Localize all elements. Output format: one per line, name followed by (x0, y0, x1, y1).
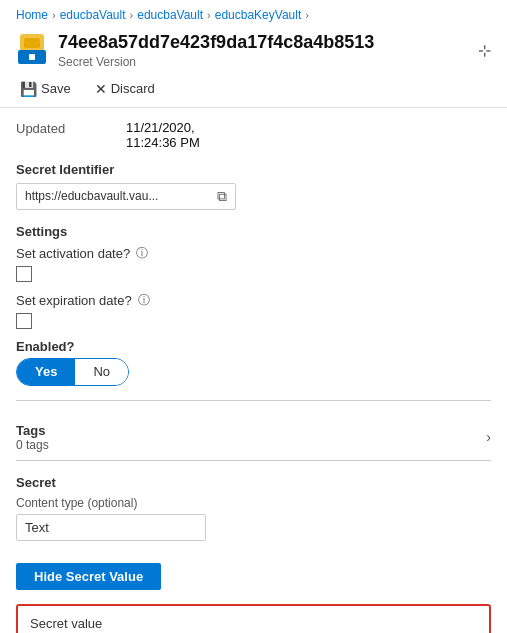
activation-date-row: Set activation date? ⓘ (16, 245, 491, 262)
breadcrumb-home[interactable]: Home (16, 8, 48, 22)
identifier-row: https://educbavault.vau... ⧉ (16, 183, 236, 210)
updated-value: 11/21/2020, 11:24:36 PM (126, 120, 200, 150)
enabled-toggle-row: Yes No (16, 358, 491, 401)
hide-secret-value-button[interactable]: Hide Secret Value (16, 563, 161, 590)
discard-button[interactable]: ✕ Discard (91, 79, 159, 99)
toolbar: 💾 Save ✕ Discard (0, 71, 507, 108)
expiration-date-row: Set expiration date? ⓘ (16, 292, 491, 309)
expiration-date-label: Set expiration date? (16, 293, 132, 308)
settings-label: Settings (16, 224, 491, 239)
secret-section: Secret Content type (optional) (16, 475, 491, 553)
page-subtitle: Secret Version (58, 55, 468, 69)
enabled-toggle-group: Yes No (16, 358, 129, 386)
breadcrumb-sep-2: › (130, 9, 134, 21)
pin-icon[interactable]: ⊹ (478, 41, 491, 60)
toggle-yes[interactable]: Yes (17, 359, 75, 385)
content-type-label: Content type (optional) (16, 496, 491, 510)
identifier-label: Secret Identifier (16, 162, 491, 177)
copy-identifier-icon[interactable]: ⧉ (217, 188, 227, 205)
save-button[interactable]: 💾 Save (16, 79, 75, 99)
activation-date-label: Set activation date? (16, 246, 130, 261)
tags-label: Tags (16, 423, 49, 438)
activation-info-icon: ⓘ (136, 245, 148, 262)
svg-rect-3 (29, 54, 35, 60)
updated-label: Updated (16, 120, 126, 136)
secret-label: Secret (16, 475, 491, 490)
expiration-info-icon: ⓘ (138, 292, 150, 309)
save-label: Save (41, 81, 71, 96)
tags-count: 0 tags (16, 438, 49, 452)
updated-field-row: Updated 11/21/2020, 11:24:36 PM (16, 120, 491, 150)
secret-value-box: Secret value ⧉ (16, 604, 491, 633)
breadcrumb-vault2[interactable]: educbaVault (137, 8, 203, 22)
tags-chevron-icon: › (486, 429, 491, 445)
activation-date-checkbox[interactable] (16, 266, 32, 282)
toggle-no[interactable]: No (75, 359, 128, 385)
breadcrumb: Home › educbaVault › educbaVault › educb… (0, 0, 507, 28)
secret-icon (16, 34, 48, 66)
secret-value-label: Secret value (30, 616, 477, 631)
title-text-block: 74ee8a57dd7e423f9da17f4c8a4b8513 Secret … (58, 32, 468, 69)
identifier-url: https://educbavault.vau... (25, 189, 211, 203)
discard-icon: ✕ (95, 81, 107, 97)
breadcrumb-vault1[interactable]: educbaVault (60, 8, 126, 22)
enabled-label: Enabled? (16, 339, 491, 354)
title-row: 74ee8a57dd7e423f9da17f4c8a4b8513 Secret … (0, 28, 507, 71)
discard-label: Discard (111, 81, 155, 96)
breadcrumb-sep-3: › (207, 9, 211, 21)
content-area: Updated 11/21/2020, 11:24:36 PM Secret I… (0, 108, 507, 633)
page-title: 74ee8a57dd7e423f9da17f4c8a4b8513 (58, 32, 468, 54)
breadcrumb-keyvault[interactable]: educbaKeyVault (215, 8, 302, 22)
tags-row[interactable]: Tags 0 tags › (16, 415, 491, 461)
content-type-input[interactable] (16, 514, 206, 541)
save-icon: 💾 (20, 81, 37, 97)
svg-rect-1 (24, 38, 40, 48)
breadcrumb-sep-1: › (52, 9, 56, 21)
breadcrumb-sep-4: › (305, 9, 309, 21)
expiration-date-checkbox[interactable] (16, 313, 32, 329)
